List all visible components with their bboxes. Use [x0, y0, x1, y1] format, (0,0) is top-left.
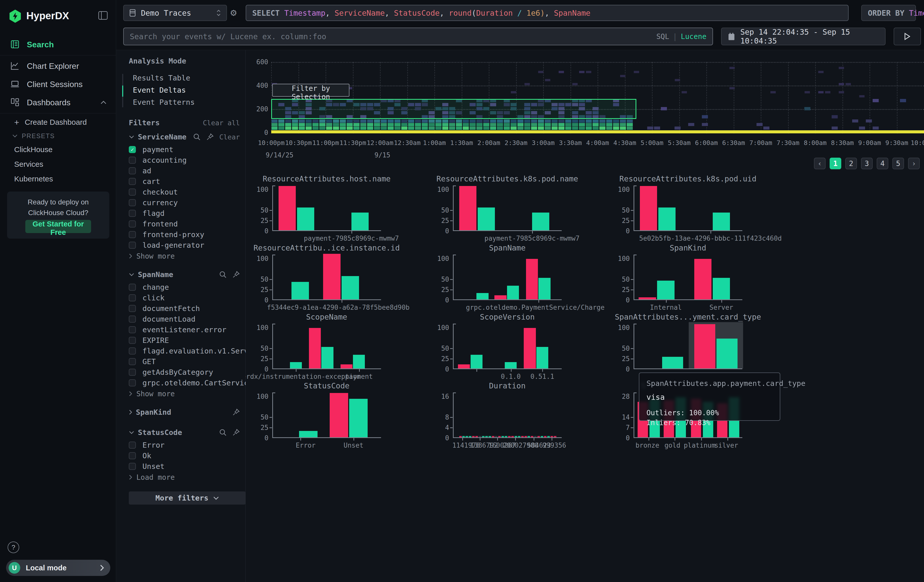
- date-range-picker[interactable]: Sep 14 22:04:35 - Sep 15 10:04:35: [721, 28, 886, 45]
- checkbox[interactable]: [129, 452, 136, 459]
- presets-toggle[interactable]: PRESETS: [0, 130, 116, 142]
- checkbox[interactable]: [129, 463, 136, 470]
- checkbox[interactable]: [129, 242, 136, 249]
- load-more-button[interactable]: Load more: [129, 472, 240, 483]
- checkbox[interactable]: [129, 369, 136, 376]
- clear-group-button[interactable]: Clear: [219, 133, 240, 141]
- mode-results-table[interactable]: Results Table: [129, 72, 240, 84]
- pin-icon[interactable]: [232, 271, 240, 279]
- inlier-bar[interactable]: [713, 278, 730, 299]
- collapse-sidebar-icon[interactable]: [98, 11, 108, 20]
- outlier-bar[interactable]: [459, 186, 477, 230]
- sidebar-item-chart-explorer[interactable]: Chart Explorer: [0, 57, 116, 75]
- inlier-bar[interactable]: [290, 362, 302, 368]
- more-filters-button[interactable]: More filters: [129, 491, 246, 505]
- filter-option-getAdsByCategory[interactable]: getAdsByCategory: [129, 367, 240, 378]
- outlier-bar[interactable]: [330, 393, 348, 437]
- checkbox[interactable]: [129, 199, 136, 206]
- inlier-bar[interactable]: [657, 280, 675, 299]
- page-button-4[interactable]: 4: [877, 158, 888, 169]
- page-button-5[interactable]: 5: [893, 158, 904, 169]
- filter-option-currency[interactable]: currency: [129, 197, 240, 208]
- inlier-bar[interactable]: [536, 347, 548, 368]
- show-more-button[interactable]: Show more: [129, 388, 240, 399]
- sidebar-item-search[interactable]: Search: [0, 35, 116, 54]
- filter-option-load-generator[interactable]: load-generator: [129, 240, 240, 251]
- inlier-bar[interactable]: [292, 282, 309, 299]
- language-toggle-lucene[interactable]: Lucene: [681, 32, 706, 41]
- inlier-bar[interactable]: [297, 208, 315, 230]
- inlier-bar[interactable]: [713, 213, 730, 230]
- inlier-bar[interactable]: [505, 362, 516, 368]
- inlier-bar[interactable]: [351, 213, 369, 230]
- inlier-bar[interactable]: [299, 431, 318, 437]
- inlier-bar[interactable]: [353, 355, 365, 368]
- inlier-bar[interactable]: [716, 338, 738, 368]
- outlier-bar[interactable]: [526, 259, 538, 299]
- checkbox[interactable]: [129, 210, 136, 217]
- filter-option-GET[interactable]: GET: [129, 356, 240, 367]
- filter-option-checkout[interactable]: checkout: [129, 187, 240, 197]
- search-icon[interactable]: [193, 133, 201, 141]
- data-source-select[interactable]: Demo Traces: [123, 5, 227, 21]
- checkbox[interactable]: [129, 315, 136, 323]
- outlier-bar[interactable]: [694, 324, 716, 368]
- inlier-bar[interactable]: [507, 286, 519, 299]
- outlier-bar[interactable]: [279, 186, 296, 230]
- filter-group-header-SpanName[interactable]: SpanName: [129, 267, 240, 282]
- filter-option-frontend-proxy[interactable]: frontend-proxy: [129, 229, 240, 240]
- show-more-button[interactable]: Show more: [129, 251, 240, 262]
- search-icon[interactable]: [219, 429, 227, 436]
- clear-all-button[interactable]: Clear all: [203, 119, 240, 127]
- filter-option-flagd.evaluation.v1.Serv…[interactable]: flagd.evaluation.v1.Serv…: [129, 346, 240, 356]
- outlier-bar[interactable]: [458, 364, 470, 368]
- inlier-bar[interactable]: [470, 355, 482, 368]
- page-next-button[interactable]: ›: [908, 158, 920, 169]
- preset-clickhouse[interactable]: ClickHouse: [0, 142, 116, 157]
- get-started-button[interactable]: Get Started for Free: [25, 220, 91, 233]
- chevron-up-icon[interactable]: [100, 101, 107, 104]
- filter-option-Unset[interactable]: Unset: [129, 461, 240, 472]
- page-button-3[interactable]: 3: [861, 158, 873, 169]
- filter-group-header-ServiceName[interactable]: ServiceNameClear: [129, 130, 240, 144]
- inlier-bar[interactable]: [532, 213, 549, 230]
- filter-option-grpc.oteldemo.CartServic…[interactable]: grpc.oteldemo.CartServic…: [129, 378, 240, 388]
- preset-services[interactable]: Services: [0, 157, 116, 171]
- pin-icon[interactable]: [232, 429, 240, 436]
- order-by-input[interactable]: ORDER BY Timestamp DESC: [861, 5, 916, 21]
- outlier-bar[interactable]: [640, 186, 657, 230]
- create-dashboard-button[interactable]: + Create Dashboard: [0, 115, 116, 130]
- checkbox[interactable]: [129, 442, 136, 448]
- filter-option-Ok[interactable]: Ok: [129, 450, 240, 461]
- mode-event-deltas[interactable]: Event Deltas: [129, 84, 240, 96]
- checkbox[interactable]: [129, 337, 136, 344]
- outlier-bar[interactable]: [639, 297, 656, 299]
- inlier-bar[interactable]: [658, 208, 676, 230]
- sidebar-item-client-sessions[interactable]: Client Sessions: [0, 75, 116, 93]
- inlier-bar[interactable]: [538, 278, 550, 299]
- outlier-bar[interactable]: [524, 328, 536, 368]
- outlier-bar[interactable]: [341, 364, 352, 368]
- checkbox[interactable]: [129, 294, 136, 302]
- filter-option-frontend[interactable]: frontend: [129, 219, 240, 229]
- checkbox[interactable]: [129, 157, 136, 164]
- filter-option-EXPIRE[interactable]: EXPIRE: [129, 335, 240, 346]
- page-button-1[interactable]: 1: [830, 158, 841, 169]
- inlier-bar[interactable]: [349, 399, 368, 437]
- checkbox[interactable]: [129, 188, 136, 196]
- search-icon[interactable]: [219, 271, 227, 279]
- inlier-bar[interactable]: [477, 293, 488, 299]
- inlier-bar[interactable]: [478, 208, 495, 230]
- pin-icon[interactable]: [206, 133, 214, 141]
- outlier-bar[interactable]: [309, 328, 321, 368]
- inlier-bar[interactable]: [342, 276, 359, 299]
- filter-option-click[interactable]: click: [129, 292, 240, 303]
- checkbox[interactable]: [129, 326, 136, 333]
- filter-option-cart[interactable]: cart: [129, 176, 240, 187]
- inlier-bar[interactable]: [321, 347, 333, 368]
- local-mode-menu[interactable]: U Local mode: [6, 560, 110, 576]
- outlier-bar[interactable]: [694, 259, 712, 299]
- help-button[interactable]: ?: [8, 541, 19, 553]
- checkbox[interactable]: [129, 305, 136, 312]
- filter-option-change[interactable]: change: [129, 282, 240, 292]
